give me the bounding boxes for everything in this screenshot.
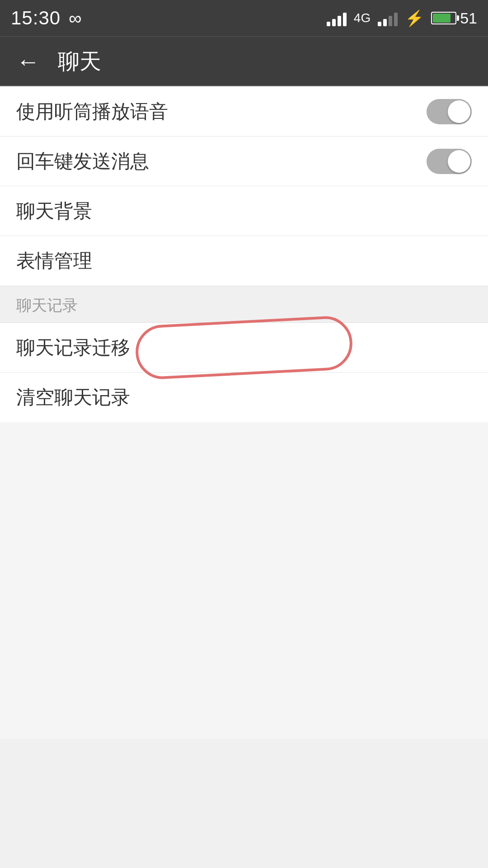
status-left: 15:30 ∞ xyxy=(11,7,82,29)
battery-fill xyxy=(433,14,450,23)
network-type: 4G xyxy=(354,11,371,25)
toolbar: ← 聊天 xyxy=(0,36,488,86)
bolt-icon: ⚡ xyxy=(405,9,424,27)
emoji-management-label: 表情管理 xyxy=(16,248,92,274)
enter-to-send-label: 回车键发送消息 xyxy=(16,149,149,174)
status-right: 4G ⚡ 51 xyxy=(327,9,477,27)
battery-level: 51 xyxy=(460,9,477,27)
setting-earpiece-audio[interactable]: 使用听筒播放语音 xyxy=(0,87,488,137)
section-header-chat-history: 聊天记录 xyxy=(0,286,488,323)
section-header-chat-history-label: 聊天记录 xyxy=(16,297,78,314)
enter-to-send-toggle[interactable] xyxy=(427,149,472,174)
chat-history-migrate-label: 聊天记录迁移 xyxy=(16,335,130,360)
battery-container: 51 xyxy=(431,9,477,27)
earpiece-audio-label: 使用听筒播放语音 xyxy=(16,99,168,124)
gray-fill-area xyxy=(0,422,488,739)
settings-content: 使用听筒播放语音 回车键发送消息 聊天背景 表情管理 聊天记录 聊天记录迁移 清… xyxy=(0,87,488,422)
status-bar: 15:30 ∞ 4G ⚡ 51 xyxy=(0,0,488,36)
battery-icon xyxy=(431,12,456,24)
page-title: 聊天 xyxy=(58,47,101,76)
enter-to-send-toggle-thumb xyxy=(448,150,470,173)
signal-bars-2 xyxy=(378,10,398,26)
status-infinity: ∞ xyxy=(69,8,82,28)
status-time: 15:30 xyxy=(11,7,61,29)
circle-annotation xyxy=(134,315,354,380)
earpiece-audio-toggle[interactable] xyxy=(427,99,472,124)
chat-background-label: 聊天背景 xyxy=(16,198,92,224)
clear-chat-history-label: 清空聊天记录 xyxy=(16,385,130,410)
setting-chat-history-migrate[interactable]: 聊天记录迁移 xyxy=(0,323,488,373)
earpiece-audio-toggle-thumb xyxy=(448,100,470,123)
setting-enter-to-send[interactable]: 回车键发送消息 xyxy=(0,137,488,186)
signal-bars-1 xyxy=(327,10,347,26)
setting-emoji-management[interactable]: 表情管理 xyxy=(0,236,488,286)
setting-clear-chat-history[interactable]: 清空聊天记录 xyxy=(0,373,488,422)
setting-chat-background[interactable]: 聊天背景 xyxy=(0,186,488,236)
back-button[interactable]: ← xyxy=(16,50,40,73)
